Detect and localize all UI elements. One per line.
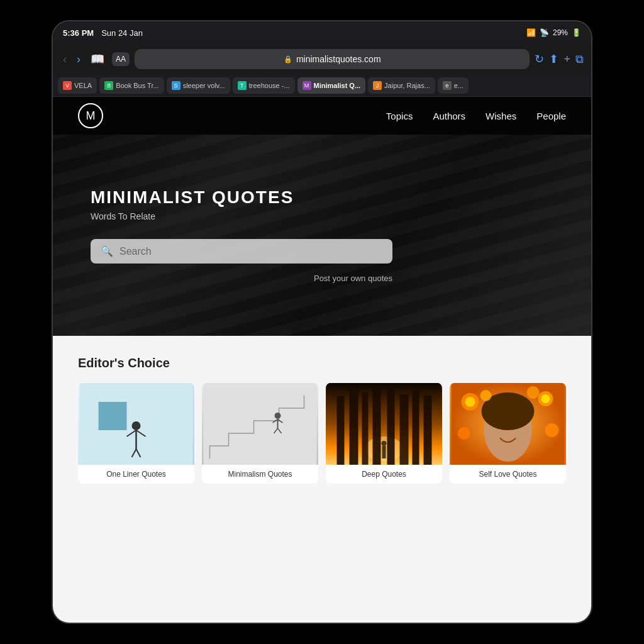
card-image-deep [326, 383, 442, 465]
site-nav: M Topics Authors Wishes People [53, 97, 591, 135]
card-minimalism[interactable]: Minimalism Quotes [202, 383, 318, 484]
post-quote-link[interactable]: Post your own quotes [91, 274, 392, 283]
tab-label-5: Jaipur, Rajas... [384, 82, 430, 89]
svg-rect-24 [424, 396, 432, 465]
svg-rect-21 [387, 388, 395, 465]
search-box[interactable]: 🔍 [91, 239, 392, 264]
card-image-selflove [450, 383, 566, 465]
add-tab-button[interactable]: + [564, 53, 570, 66]
svg-rect-8 [204, 383, 317, 465]
site-logo[interactable]: M [78, 103, 103, 128]
nav-authors[interactable]: Authors [433, 111, 465, 121]
svg-point-34 [458, 427, 470, 440]
cards-grid: One Liner Quotes [78, 383, 566, 484]
browser-tab-5[interactable]: JJaipur, Rajas... [368, 77, 435, 94]
card-label-one-liner: One Liner Quotes [78, 465, 194, 484]
tab-label-0: VELA [74, 82, 92, 89]
svg-rect-20 [373, 386, 381, 465]
svg-point-35 [545, 423, 559, 437]
share-button[interactable]: ⬆ [549, 52, 558, 66]
tab-favicon-3: T [238, 81, 247, 90]
address-bar[interactable]: 🔒 minimalistquotes.com [135, 49, 530, 69]
nav-topics[interactable]: Topics [386, 111, 413, 121]
tab-favicon-1: B [104, 81, 113, 90]
svg-rect-1 [99, 402, 127, 430]
tab-label-6: e... [454, 82, 464, 89]
device-frame: 5:36 PM Sun 24 Jan 📶 📡 29% 🔋 ‹ › 📖 AA 🔒 … [52, 20, 592, 624]
hero-title: MINIMALIST QUOTES [91, 187, 553, 208]
nav-links: Topics Authors Wishes People [386, 111, 566, 121]
svg-rect-22 [400, 394, 409, 465]
status-indicators: 📶 📡 29% 🔋 [526, 28, 581, 37]
lock-icon: 🔒 [284, 55, 292, 64]
status-date: Sun 24 Jan [101, 28, 143, 38]
logo-char: M [86, 109, 96, 123]
svg-point-31 [465, 397, 475, 407]
svg-rect-17 [337, 396, 345, 465]
bookmarks-icon[interactable]: 📖 [88, 50, 107, 69]
card-one-liner[interactable]: One Liner Quotes [78, 383, 194, 484]
svg-point-37 [527, 386, 540, 399]
tab-favicon-6: e [443, 81, 452, 90]
browser-tab-1[interactable]: BBook Bus Tr... [99, 77, 164, 94]
battery-percent: 29% [553, 28, 568, 37]
tab-label-4: Minimalist Q... [314, 82, 361, 89]
card-label-selflove: Self Love Quotes [450, 465, 566, 484]
card-image-minimalism [202, 383, 318, 465]
tab-label-1: Book Bus Tr... [116, 82, 158, 89]
hero-subtitle: Words To Relate [91, 211, 553, 221]
search-icon: 🔍 [101, 245, 113, 257]
tabs-button[interactable]: ⧉ [575, 53, 584, 66]
card-label-deep: Deep Quotes [326, 465, 442, 484]
search-input[interactable] [119, 246, 382, 257]
reload-button[interactable]: ↻ [535, 52, 544, 66]
tab-favicon-0: V [63, 81, 72, 90]
url-text: minimalistquotes.com [296, 54, 381, 64]
svg-point-3 [132, 421, 141, 430]
browser-tab-2[interactable]: Ssleeper volv... [167, 77, 230, 94]
card-deep[interactable]: Deep Quotes [326, 383, 442, 484]
editors-choice-section: Editor's Choice [53, 336, 591, 623]
svg-point-9 [275, 413, 281, 419]
wifi-icon: 📶 [526, 28, 536, 37]
battery-icon: 🔋 [572, 28, 581, 37]
svg-rect-25 [382, 446, 386, 458]
website-content: M Topics Authors Wishes People MINIMALIS… [53, 97, 591, 623]
hero-section: MINIMALIST QUOTES Words To Relate 🔍 Post… [53, 135, 591, 336]
card-label-minimalism: Minimalism Quotes [202, 465, 318, 484]
browser-tab-4[interactable]: MMinimalist Q... [297, 77, 366, 94]
nav-wishes[interactable]: Wishes [486, 111, 516, 121]
reader-mode-button[interactable]: AA [112, 52, 130, 66]
browser-toolbar: ‹ › 📖 AA 🔒 minimalistquotes.com ↻ ⬆ + ⧉ [53, 44, 591, 74]
svg-point-36 [480, 390, 492, 401]
tab-favicon-4: M [303, 81, 311, 90]
tab-label-3: treehouse -... [249, 82, 290, 89]
back-button[interactable]: ‹ [60, 50, 69, 69]
signal-icon: 📡 [540, 28, 549, 37]
tab-label-2: sleeper volv... [183, 82, 225, 89]
editors-choice-title: Editor's Choice [78, 356, 566, 370]
forward-button[interactable]: › [74, 50, 83, 69]
svg-point-33 [541, 394, 550, 403]
tabs-bar: VVELABBook Bus Tr...Ssleeper volv...Ttre… [53, 74, 591, 97]
card-selflove[interactable]: Self Love Quotes [450, 383, 566, 484]
tab-favicon-5: J [373, 81, 382, 90]
svg-rect-23 [413, 391, 419, 465]
browser-tab-6[interactable]: ee... [438, 77, 469, 94]
svg-rect-18 [350, 389, 358, 465]
hero-content: MINIMALIST QUOTES Words To Relate 🔍 Post… [91, 187, 553, 283]
status-bar: 5:36 PM Sun 24 Jan 📶 📡 29% 🔋 [53, 21, 591, 44]
status-time: 5:36 PM [63, 28, 94, 38]
svg-rect-19 [362, 392, 369, 465]
svg-point-26 [382, 441, 387, 446]
tab-favicon-2: S [172, 81, 180, 90]
nav-people[interactable]: People [536, 111, 566, 121]
card-image-one-liner [78, 383, 194, 465]
browser-tab-0[interactable]: VVELA [58, 77, 97, 94]
browser-tab-3[interactable]: Ttreehouse -... [233, 77, 295, 94]
